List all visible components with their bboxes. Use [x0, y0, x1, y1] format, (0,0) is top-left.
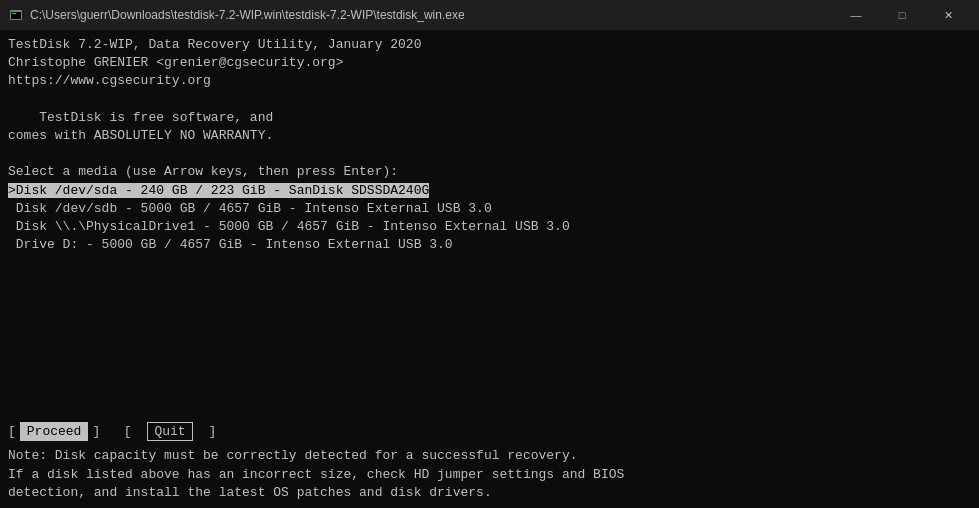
- quit-button[interactable]: Quit: [147, 422, 192, 441]
- note-line3: detection, and install the latest OS pat…: [8, 484, 971, 502]
- actions-row: [ Proceed ] [ Quit ]: [8, 422, 971, 441]
- blank-line2: [8, 145, 971, 163]
- bracket-open-proceed: [: [8, 424, 16, 439]
- disk3-line: Disk \\.\PhysicalDrive1 - 5000 GB / 4657…: [8, 218, 971, 236]
- spacer2: [136, 424, 144, 439]
- bracket-close-proceed: ]: [92, 424, 100, 439]
- header-line3: https://www.cgsecurity.org: [8, 72, 971, 90]
- app-icon: [8, 7, 24, 23]
- spacer3: [197, 424, 205, 439]
- header-line1: TestDisk 7.2-WIP, Data Recovery Utility,…: [8, 36, 971, 54]
- spacer: [104, 424, 120, 439]
- close-button[interactable]: ✕: [925, 0, 971, 30]
- disk2-line: Disk /dev/sdb - 5000 GB / 4657 GiB - Int…: [8, 200, 971, 218]
- header-line2: Christophe GRENIER <grenier@cgsecurity.o…: [8, 54, 971, 72]
- select-prompt: Select a media (use Arrow keys, then pre…: [8, 163, 971, 181]
- disk1-line: >Disk /dev/sda - 240 GB / 223 GiB - SanD…: [8, 182, 971, 200]
- disk4-line: Drive D: - 5000 GB / 4657 GiB - Intenso …: [8, 236, 971, 254]
- note-section: Note: Disk capacity must be correctly de…: [8, 447, 971, 502]
- title-bar-text: C:\Users\guerr\Downloads\testdisk-7.2-WI…: [30, 8, 833, 22]
- title-bar-controls: — □ ✕: [833, 0, 971, 30]
- note-line1: Note: Disk capacity must be correctly de…: [8, 447, 971, 465]
- window: C:\Users\guerr\Downloads\testdisk-7.2-WI…: [0, 0, 979, 508]
- maximize-button[interactable]: □: [879, 0, 925, 30]
- proceed-button[interactable]: Proceed: [20, 422, 89, 441]
- minimize-button[interactable]: —: [833, 0, 879, 30]
- note-line2: If a disk listed above has an incorrect …: [8, 466, 971, 484]
- warranty-line: comes with ABSOLUTELY NO WARRANTY.: [8, 127, 971, 145]
- bottom-section: [ Proceed ] [ Quit ] Note: Disk capacity…: [0, 416, 979, 508]
- svg-rect-2: [12, 13, 16, 14]
- disk1-selected: >Disk /dev/sda - 240 GB / 223 GiB - SanD…: [8, 183, 429, 198]
- free-software-line: TestDisk is free software, and: [8, 109, 971, 127]
- terminal-content: TestDisk 7.2-WIP, Data Recovery Utility,…: [0, 30, 979, 416]
- bracket-open-quit: [: [124, 424, 132, 439]
- bracket-close-quit: ]: [209, 424, 217, 439]
- blank-line1: [8, 91, 971, 109]
- title-bar: C:\Users\guerr\Downloads\testdisk-7.2-WI…: [0, 0, 979, 30]
